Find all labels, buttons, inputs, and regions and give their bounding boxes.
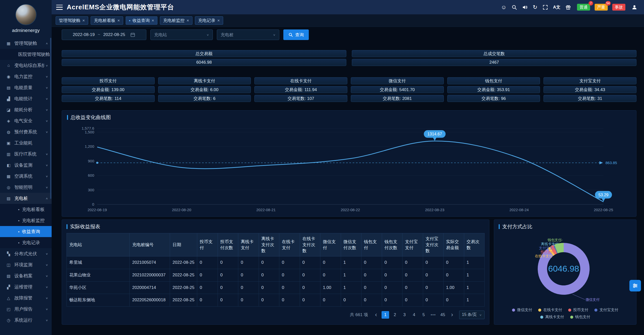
table-cell: 0	[382, 256, 402, 269]
sidebar-item[interactable]: ▚分布式光伏∨	[0, 248, 52, 259]
sidebar-subitem-label: 医院管理驾驶舱	[18, 51, 50, 57]
page-size-value: 15 条/页	[462, 312, 477, 317]
station-select[interactable]: 充电站 ∨	[150, 29, 213, 40]
legend-item[interactable]: 支付宝支付	[594, 308, 618, 312]
title-accent-bar	[499, 224, 500, 229]
legend-label: 投币支付	[573, 308, 588, 312]
table-cell: 2021005074	[130, 256, 170, 269]
alarm-badge[interactable]: 事故	[612, 4, 625, 11]
table-cell: 0	[444, 256, 464, 269]
table-cell: 2022-08-25	[170, 281, 197, 294]
menu-toggle-icon[interactable]	[56, 5, 63, 10]
chevron-up-icon: ∧	[46, 42, 48, 45]
avatar[interactable]	[15, 4, 37, 25]
energy-stats-icon: ▟	[6, 96, 12, 101]
sidebar-subitem[interactable]: 医院管理驾驶舱	[0, 49, 52, 60]
sidebar-scrollbar[interactable]	[50, 38, 51, 199]
next-page-button[interactable]: ›	[449, 311, 456, 319]
pie-legend-row: 微信支付在线卡支付投币支付支付宝支付	[512, 308, 618, 312]
column-header: 在线卡支付	[279, 233, 300, 256]
translate-icon[interactable]: A文	[553, 5, 560, 9]
sidebar-item[interactable]: ▞运维管理∨	[0, 281, 52, 292]
page-button[interactable]: 2	[391, 311, 399, 319]
sidebar-item[interactable]: ◪能耗分析∨	[0, 104, 52, 115]
sidebar-item[interactable]: ▟电能统计∨	[0, 93, 52, 104]
sidebar-item[interactable]: ▧设备档案∨	[0, 270, 52, 281]
refresh-icon[interactable]: ↻	[533, 5, 537, 10]
table-cell: 0	[238, 269, 259, 282]
sidebar-item[interactable]: ▨充电桩∧	[0, 193, 52, 204]
sidebar-subitem[interactable]: •充电桩看板	[0, 204, 52, 215]
page-button[interactable]: 3	[401, 311, 408, 319]
legend-item[interactable]: 离线卡支付	[540, 315, 564, 319]
sidebar-item[interactable]: ▦管理驾驶舱∧	[0, 38, 52, 49]
tab[interactable]: 充电桩监控×	[160, 16, 192, 25]
report-table-panel: 实际收益报表 充电站充电桩编号日期投币支付投币支付次数离线卡支付离线卡支付次数在…	[62, 219, 489, 325]
legend-item[interactable]: 在线卡支付	[538, 308, 562, 312]
sidebar-item[interactable]: ▩空调系统∨	[0, 171, 52, 182]
column-header: 投币支付	[197, 233, 218, 256]
sidebar-item[interactable]: ◍预付费系统∨	[0, 126, 52, 137]
sidebar-item[interactable]: ▣工业能耗	[0, 137, 52, 148]
tab[interactable]: 充电桩看板×	[91, 16, 123, 25]
close-icon[interactable]: ×	[187, 18, 189, 23]
sidebar-item[interactable]: ◷系统运行∨	[0, 315, 52, 326]
sidebar-item[interactable]: ⌂变电站综自系统∨	[0, 60, 52, 71]
tab[interactable]: ●收益查询×	[126, 16, 157, 25]
page-button[interactable]: 1	[382, 311, 389, 319]
fullscreen-icon[interactable]	[543, 5, 548, 10]
sidebar-item[interactable]: ◉电力监控∨	[0, 71, 52, 82]
emoji-icon[interactable]: ☺	[501, 5, 506, 10]
sidebar-item[interactable]: ◰用户报告∨	[0, 304, 52, 315]
table-cell: 0	[259, 294, 279, 307]
tab[interactable]: 充电记录×	[195, 16, 223, 25]
sidebar-item[interactable]: ◈电气安全∨	[0, 115, 52, 126]
close-icon[interactable]: ×	[82, 18, 85, 23]
date-range-picker[interactable]: 2022-08-19 ~ 2022-08-25	[62, 29, 146, 40]
sidebar-item[interactable]: ▥医疗IT系统∨	[0, 148, 52, 160]
app-root: adminenergy ▦管理驾驶舱∧医院管理驾驶舱⌂变电站综自系统∨◉电力监控…	[0, 0, 644, 335]
legend-item[interactable]: 微信支付	[512, 308, 532, 312]
table-cell: 0	[320, 294, 341, 307]
charging-pile-icon: ▨	[6, 196, 12, 201]
sidebar-subitem[interactable]: •充电记录	[0, 237, 52, 248]
pile-select[interactable]: 充电桩 ∨	[217, 29, 279, 40]
username: adminenergy	[0, 28, 52, 33]
sound-icon[interactable]	[522, 5, 528, 10]
page-button[interactable]: 4	[410, 311, 418, 319]
search-icon[interactable]	[512, 5, 517, 10]
search-button[interactable]: 查询	[283, 29, 309, 40]
settings-fab[interactable]	[629, 280, 641, 291]
sidebar-item-label: 充电桩	[14, 195, 44, 201]
table-row: 花果山物业202102200000372022-08-2500000001000…	[67, 269, 485, 282]
tab[interactable]: 管理驾驶舱×	[56, 16, 88, 25]
prev-page-button[interactable]: ‹	[372, 311, 380, 319]
user-icon[interactable]	[631, 4, 637, 10]
table-cell: 0	[238, 256, 259, 269]
sidebar-item[interactable]: ◎智能照明∨	[0, 182, 52, 193]
sidebar-item-label: 电能统计	[14, 96, 44, 102]
power-monitor-icon: ◉	[6, 74, 12, 79]
page-button[interactable]: 45	[439, 311, 447, 319]
alarm-badge[interactable]: 严重54	[595, 4, 608, 11]
table-row: 畅达鞋东侧地202205260000182022-08-250000000000…	[67, 294, 485, 307]
sidebar-item[interactable]: △故障报警∨	[0, 292, 52, 304]
gift-icon[interactable]	[565, 5, 571, 10]
alarm-badge[interactable]: 普通7	[577, 4, 590, 11]
sidebar-item[interactable]: ◧设备监测∨	[0, 160, 52, 171]
legend-item[interactable]: 投币支付	[568, 308, 588, 312]
x-axis-label: 2022-08-19	[88, 208, 107, 212]
sidebar-item[interactable]: ◫环境监测∨	[0, 259, 52, 270]
legend-item[interactable]: 钱包支付	[570, 315, 590, 319]
close-icon[interactable]: ×	[217, 18, 220, 23]
close-icon[interactable]: ×	[152, 18, 154, 23]
sidebar-subitem[interactable]: •收益查询	[0, 226, 52, 237]
page-button[interactable]: 5	[420, 311, 427, 319]
pie-label-line	[572, 294, 585, 300]
close-icon[interactable]: ×	[117, 18, 120, 23]
page-size-select[interactable]: 15 条/页 ∨	[459, 311, 485, 319]
sidebar-item[interactable]: ▤电能质量∨	[0, 82, 52, 93]
sidebar-subitem[interactable]: •充电桩监控	[0, 215, 52, 226]
sidebar-item-label: 工业能耗	[14, 140, 47, 146]
pay-card-amount: 交易金额: 111.94	[254, 86, 347, 93]
